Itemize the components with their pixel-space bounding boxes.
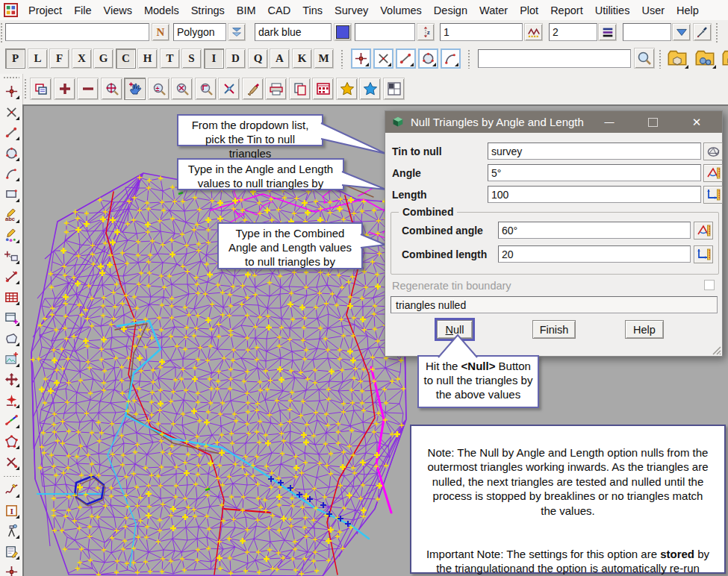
finish-button[interactable]: Finish xyxy=(532,320,576,339)
tinable-input[interactable] xyxy=(623,23,671,41)
weight-picker-button[interactable] xyxy=(524,23,543,41)
snap-cross-button[interactable] xyxy=(373,48,393,69)
linestyle-input[interactable] xyxy=(549,23,597,41)
menu-survey[interactable]: Survey xyxy=(329,4,374,16)
search-input[interactable] xyxy=(478,49,631,68)
toolbar-grip[interactable] xyxy=(715,22,719,43)
delete-view-button[interactable] xyxy=(218,78,240,100)
create-cross-button[interactable] xyxy=(2,103,20,121)
snap-toggle-l[interactable]: L xyxy=(28,48,48,69)
combined-length-input[interactable] xyxy=(498,245,691,263)
grid-table-button[interactable] xyxy=(2,288,20,306)
snap-toggle-f[interactable]: F xyxy=(49,48,69,69)
create-rectangle-button[interactable] xyxy=(2,185,20,203)
create-circle-button[interactable] xyxy=(2,144,20,162)
snap-toggle-k[interactable]: K xyxy=(292,48,312,69)
cad-type-dropdown-button[interactable] xyxy=(228,23,246,41)
new-window-button[interactable] xyxy=(2,309,20,327)
resize-grip[interactable] xyxy=(711,345,721,355)
snap-toggle-d[interactable]: D xyxy=(225,48,246,69)
zoom-in-button[interactable] xyxy=(54,78,75,100)
view-menu-button[interactable] xyxy=(30,78,52,100)
length-input[interactable] xyxy=(488,186,701,203)
coloured-string-button[interactable] xyxy=(2,411,20,429)
menu-utilities[interactable]: Utilities xyxy=(589,4,636,16)
colour-input[interactable] xyxy=(255,23,332,41)
point-attach-button[interactable] xyxy=(2,247,20,265)
plan-view-button[interactable] xyxy=(312,78,334,100)
survey-button[interactable] xyxy=(2,522,20,539)
minimize-button[interactable]: — xyxy=(592,111,626,133)
tinable-dropdown-button[interactable] xyxy=(672,23,691,41)
menu-water[interactable]: Water xyxy=(473,4,514,16)
print-view-button[interactable] xyxy=(265,78,287,100)
measure-button[interactable] xyxy=(2,267,20,285)
name-input[interactable] xyxy=(5,23,149,41)
snap-toggle-h[interactable]: H xyxy=(137,48,158,69)
pan-button[interactable] xyxy=(124,78,146,100)
snap-arc-button[interactable] xyxy=(441,48,461,69)
tin-picker-button[interactable] xyxy=(703,143,723,160)
create-symbol-button[interactable] xyxy=(2,226,20,244)
create-arc-button[interactable] xyxy=(2,164,20,182)
snap-toggle-p[interactable]: P xyxy=(5,48,25,69)
zoom-out-button[interactable] xyxy=(77,78,99,100)
weight-input[interactable] xyxy=(440,23,523,41)
create-text-button[interactable] xyxy=(2,206,20,224)
chamfer-polygon-button[interactable] xyxy=(2,329,20,347)
folder-button-clipped[interactable] xyxy=(719,48,728,70)
menu-plot[interactable]: Plot xyxy=(514,4,544,16)
linestyle-picker-button[interactable] xyxy=(598,23,617,41)
height-input[interactable] xyxy=(355,23,415,41)
snap-toggle-i[interactable]: I xyxy=(204,48,224,69)
search-button[interactable] xyxy=(634,48,655,69)
toolbar-grip[interactable] xyxy=(24,78,28,99)
snap-toggle-x[interactable]: X xyxy=(72,48,92,69)
snap-circle-button[interactable] xyxy=(418,48,438,69)
notes-button[interactable] xyxy=(2,542,20,560)
angle-input[interactable] xyxy=(488,164,701,181)
regenerate-boundary-checkbox[interactable] xyxy=(704,280,715,290)
menu-project[interactable]: Project xyxy=(22,4,68,16)
model-folder-button[interactable] xyxy=(665,48,690,70)
length-picker-button[interactable] xyxy=(703,186,723,204)
split-view-button[interactable] xyxy=(383,78,405,100)
snap-point-button[interactable] xyxy=(351,48,371,69)
combined-angle-picker-button[interactable] xyxy=(694,222,713,240)
zoom-dynamic-button[interactable] xyxy=(101,78,122,100)
help-button[interactable]: Help xyxy=(625,320,664,339)
menu-help[interactable]: Help xyxy=(671,4,705,16)
redraw-button[interactable] xyxy=(242,78,264,100)
snap-toggle-m[interactable]: M xyxy=(314,48,334,69)
menu-report[interactable]: Report xyxy=(544,4,589,16)
close-button[interactable]: ✕ xyxy=(679,111,714,133)
snap-toggle-c[interactable]: C xyxy=(116,48,136,69)
zoom-plus-minus-button[interactable] xyxy=(148,78,169,100)
toolbar-grip[interactable] xyxy=(467,49,471,69)
snap-toggle-q[interactable]: Q xyxy=(248,48,268,69)
menu-bim[interactable]: BIM xyxy=(231,4,262,16)
copy-view-button[interactable] xyxy=(289,78,311,100)
create-point-button[interactable] xyxy=(2,82,20,100)
snap-toggle-g[interactable]: G xyxy=(93,48,113,69)
toolbar-grip[interactable] xyxy=(659,49,662,69)
height-picker-button[interactable] xyxy=(417,23,435,41)
eyedropper-button[interactable] xyxy=(693,23,712,41)
menu-tins[interactable]: Tins xyxy=(296,4,329,16)
interface-button[interactable] xyxy=(2,501,20,519)
create-line-button[interactable] xyxy=(2,123,20,141)
toolbar-grip[interactable] xyxy=(0,22,4,43)
colour-swatch-button[interactable] xyxy=(334,23,352,41)
toolbar-grip[interactable] xyxy=(3,76,19,79)
name-picker-button[interactable]: N xyxy=(152,23,169,41)
angle-picker-button[interactable] xyxy=(703,164,723,182)
zoom-previous-button[interactable] xyxy=(195,78,217,100)
menu-design[interactable]: Design xyxy=(428,4,473,16)
toolbar-grip[interactable] xyxy=(340,49,344,69)
shared-favourites-button[interactable] xyxy=(359,78,381,100)
settings-folder-button[interactable] xyxy=(692,48,718,70)
menu-strings[interactable]: Strings xyxy=(185,4,231,16)
menu-volumes[interactable]: Volumes xyxy=(374,4,428,16)
insert-image-button[interactable] xyxy=(2,350,20,368)
point-star-button[interactable] xyxy=(2,391,20,409)
